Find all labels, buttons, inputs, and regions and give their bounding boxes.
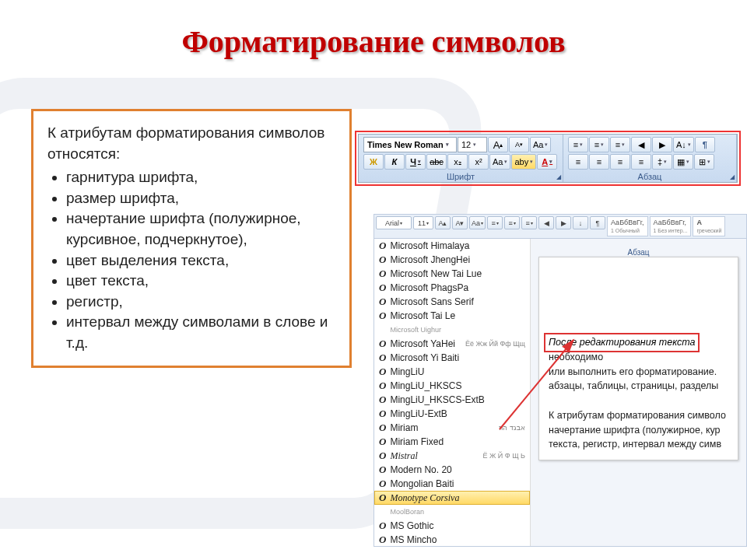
highlight-button[interactable]: aby: [511, 154, 536, 170]
font-list-item[interactable]: OMicrosoft New Tai Lue: [374, 267, 530, 281]
align-left-button[interactable]: ≡: [568, 154, 588, 170]
info-item: гарнитура шрифта,: [66, 167, 335, 188]
mini-font-select[interactable]: Arial: [376, 216, 412, 229]
info-intro: К атрибутам форматирования символов отно…: [47, 123, 335, 164]
font-list-item[interactable]: OMingLiU_HKSCS-ExtB: [374, 393, 530, 407]
font-list-item[interactable]: OMistralЁ Ж Й Ф Щ Ь: [374, 449, 530, 463]
font-list-item[interactable]: OMS Mincho: [374, 533, 530, 546]
paragraph-group: ≡ ≡ ≡ ◀ ▶ A↓ ¶ ≡ ≡ ≡ ≡ ‡ ▦ ⊞ Абзац ◢: [563, 135, 737, 182]
style-preview[interactable]: АаБбВвГг,1 Обычный: [607, 216, 648, 236]
mini-size-select[interactable]: 11: [413, 216, 433, 229]
borders-button[interactable]: ⊞: [694, 154, 714, 170]
font-list-item[interactable]: OMingLiU_HKSCS: [374, 379, 530, 393]
mini-indent-icon[interactable]: ▶: [556, 216, 571, 229]
font-group-label: Шрифт: [363, 172, 558, 181]
shading-button[interactable]: ▦: [673, 154, 693, 170]
bullets-button[interactable]: ≡: [568, 137, 588, 152]
font-list-item[interactable]: OMicrosoft Tai Le: [374, 309, 530, 323]
para-group-label: Абзац: [568, 172, 731, 181]
font-list-item[interactable]: OMicrosoft Sans Serif: [374, 295, 530, 309]
info-item: цвет текста,: [66, 271, 335, 292]
font-name-select[interactable]: Times New Roman: [363, 137, 457, 152]
font-dropdown-screenshot: Arial 11 A▴ A▾ Aa ≡ ≡ ≡ ◀ ▶ ↓ ¶ АаБбВвГг…: [374, 214, 747, 547]
style-preview[interactable]: АаБбВвГг,1 Без интер...: [650, 216, 692, 236]
italic-button[interactable]: К: [384, 154, 405, 170]
font-list[interactable]: OMicrosoft HimalayaOMicrosoft JhengHeiOM…: [374, 239, 531, 546]
indent-inc-button[interactable]: ▶: [652, 137, 672, 152]
font-list-item[interactable]: OMicrosoft Yi Baiti: [374, 351, 530, 365]
strike-button[interactable]: abc: [426, 154, 447, 170]
ribbon-screenshot: Times New Roman 12 A▴ A▾ Aa Ж К Ч abc x₂…: [355, 131, 741, 186]
numbering-button[interactable]: ≡: [589, 137, 609, 152]
mini-multi-icon[interactable]: ≡: [521, 216, 537, 229]
align-right-button[interactable]: ≡: [610, 154, 630, 170]
document-area: Абзац После редактирования текстанеобход…: [531, 239, 746, 546]
line-spacing-button[interactable]: ‡: [652, 154, 672, 170]
font-list-item[interactable]: OMicrosoft Himalaya: [374, 239, 530, 253]
font-size-select[interactable]: 12: [458, 137, 487, 152]
multilevel-button[interactable]: ≡: [610, 137, 630, 152]
doc-text: текста, регистр, интервал между симв: [549, 439, 721, 450]
shrink-font-button[interactable]: A▾: [509, 137, 529, 152]
info-item: размер шрифта,: [66, 188, 335, 209]
font-list-item[interactable]: OMongolian Baiti: [374, 477, 530, 491]
font-list-item[interactable]: OMicrosoft YaHeiЁё Жж Йй Фф Щщ: [374, 337, 530, 351]
font-color-button[interactable]: A: [537, 154, 557, 170]
font-list-item[interactable]: OMiriamאבגד הוז: [374, 421, 530, 435]
mini-sort-icon[interactable]: ↓: [573, 216, 588, 229]
doc-text: абзацы, таблицы, страницы, разделы: [549, 380, 718, 391]
sort-button[interactable]: A↓: [673, 137, 694, 152]
dialog-launcher-icon[interactable]: ◢: [556, 173, 561, 180]
mini-pilcrow-icon[interactable]: ¶: [590, 216, 605, 229]
mini-clear-icon[interactable]: Aa: [469, 216, 486, 229]
font-list-item[interactable]: OMicrosoft Uighur: [374, 323, 530, 337]
slide-title: Форматирование символов: [0, 23, 747, 60]
pilcrow-button[interactable]: ¶: [695, 137, 715, 152]
font-list-item[interactable]: OMicrosoft PhagsPa: [374, 281, 530, 295]
info-item: интервал между символами в слове и т.д.: [66, 312, 335, 353]
dialog-launcher-icon[interactable]: ◢: [730, 173, 735, 180]
para-label: Абзац: [538, 248, 738, 257]
mini-shrink-icon[interactable]: A▾: [452, 216, 468, 229]
mini-indent-icon[interactable]: ◀: [538, 216, 554, 229]
align-justify-button[interactable]: ≡: [631, 154, 651, 170]
mini-num-icon[interactable]: ≡: [504, 216, 520, 229]
highlighted-text: После редактирования текста: [549, 335, 695, 350]
change-case-button[interactable]: Aa: [489, 154, 510, 170]
subscript-button[interactable]: x₂: [447, 154, 468, 170]
font-list-item[interactable]: OMingLiU: [374, 365, 530, 379]
doc-text: начертание шрифта (полужирное, кур: [549, 425, 721, 436]
doc-text: К атрибутам форматирования символо: [549, 410, 726, 421]
indent-dec-button[interactable]: ◀: [631, 137, 651, 152]
mini-bullets-icon[interactable]: ≡: [487, 216, 503, 229]
style-preview[interactable]: Агреческий: [693, 216, 725, 236]
info-item: начертание шрифта (полужирное, курсивное…: [66, 208, 335, 250]
font-list-item[interactable]: OMicrosoft JhengHei: [374, 253, 530, 267]
info-list: гарнитура шрифта, размер шрифта, начерта…: [47, 167, 335, 353]
info-item: регистр,: [66, 292, 335, 313]
mini-grow-icon[interactable]: A▴: [435, 216, 451, 229]
clear-format-button[interactable]: Aa: [530, 137, 551, 152]
info-box: К атрибутам форматирования символов отно…: [31, 109, 352, 368]
font-list-item[interactable]: OMoolBoran: [374, 505, 530, 519]
font-list-item[interactable]: OMS Gothic: [374, 519, 530, 533]
info-item: цвет выделения текста,: [66, 250, 335, 271]
font-group: Times New Roman 12 A▴ A▾ Aa Ж К Ч abc x₂…: [359, 135, 563, 182]
align-center-button[interactable]: ≡: [589, 154, 609, 170]
font-list-item[interactable]: OMingLiU-ExtB: [374, 407, 530, 421]
font-list-item[interactable]: OMiriam Fixed: [374, 435, 530, 449]
font-list-item[interactable]: OMonotype Corsiva: [374, 491, 530, 505]
bold-button[interactable]: Ж: [363, 154, 384, 170]
doc-text: или выполнить его форматирование.: [549, 366, 717, 377]
underline-button[interactable]: Ч: [405, 154, 426, 170]
grow-font-button[interactable]: A▴: [488, 137, 508, 152]
superscript-button[interactable]: x²: [468, 154, 489, 170]
font-list-item[interactable]: OModern No. 20: [374, 463, 530, 477]
